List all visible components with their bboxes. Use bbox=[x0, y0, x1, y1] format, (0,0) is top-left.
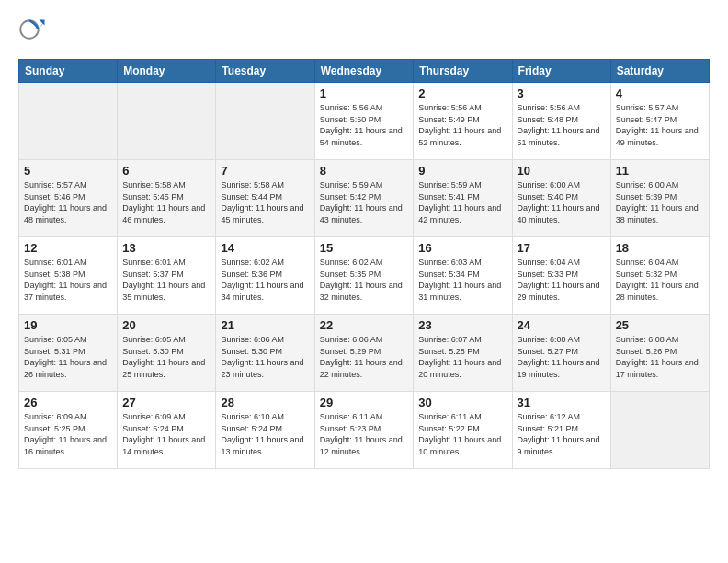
calendar-cell: 31 Sunrise: 6:12 AM Sunset: 5:21 PM Dayl… bbox=[512, 392, 610, 469]
sunset-label: Sunset: 5:24 PM bbox=[122, 424, 184, 433]
calendar-cell: 28 Sunrise: 6:10 AM Sunset: 5:24 PM Dayl… bbox=[216, 392, 314, 469]
sunset-label: Sunset: 5:33 PM bbox=[518, 270, 579, 279]
daylight-label: Daylight: 11 hours and 46 minutes. bbox=[122, 203, 205, 224]
calendar-cell: 9 Sunrise: 5:59 AM Sunset: 5:41 PM Dayli… bbox=[414, 160, 512, 237]
calendar-cell: 7 Sunrise: 5:58 AM Sunset: 5:44 PM Dayli… bbox=[216, 160, 314, 237]
calendar-cell: 18 Sunrise: 6:04 AM Sunset: 5:32 PM Dayl… bbox=[610, 237, 709, 315]
sunset-label: Sunset: 5:47 PM bbox=[616, 115, 677, 124]
day-number: 24 bbox=[518, 318, 606, 332]
sunrise-label: Sunrise: 6:05 AM bbox=[24, 335, 87, 344]
weekday-header-saturday: Saturday bbox=[610, 60, 709, 83]
weekday-header-sunday: Sunday bbox=[19, 60, 118, 83]
day-info: Sunrise: 6:05 AM Sunset: 5:31 PM Dayligh… bbox=[24, 334, 112, 380]
sunrise-label: Sunrise: 5:56 AM bbox=[418, 103, 482, 112]
calendar-cell: 13 Sunrise: 6:01 AM Sunset: 5:37 PM Dayl… bbox=[118, 237, 216, 315]
sunrise-label: Sunrise: 5:59 AM bbox=[418, 180, 482, 190]
daylight-label: Daylight: 11 hours and 34 minutes. bbox=[221, 281, 303, 302]
calendar-cell: 17 Sunrise: 6:04 AM Sunset: 5:33 PM Dayl… bbox=[512, 237, 610, 315]
daylight-label: Daylight: 11 hours and 35 minutes. bbox=[122, 281, 205, 302]
sunset-label: Sunset: 5:28 PM bbox=[418, 347, 480, 356]
sunset-label: Sunset: 5:38 PM bbox=[24, 270, 85, 279]
sunset-label: Sunset: 5:32 PM bbox=[616, 270, 677, 279]
day-number: 14 bbox=[221, 241, 309, 255]
calendar-cell bbox=[19, 83, 118, 160]
sunrise-label: Sunrise: 5:57 AM bbox=[24, 180, 87, 190]
daylight-label: Daylight: 11 hours and 37 minutes. bbox=[24, 281, 107, 302]
day-number: 2 bbox=[418, 86, 506, 100]
daylight-label: Daylight: 11 hours and 19 minutes. bbox=[518, 358, 600, 379]
day-info: Sunrise: 6:01 AM Sunset: 5:37 PM Dayligh… bbox=[122, 257, 210, 303]
sunrise-label: Sunrise: 5:58 AM bbox=[221, 180, 284, 190]
day-number: 6 bbox=[122, 164, 210, 178]
weekday-header-friday: Friday bbox=[512, 60, 610, 83]
sunrise-label: Sunrise: 5:59 AM bbox=[320, 180, 383, 190]
daylight-label: Daylight: 11 hours and 32 minutes. bbox=[320, 281, 403, 302]
day-info: Sunrise: 6:02 AM Sunset: 5:35 PM Dayligh… bbox=[320, 257, 409, 303]
daylight-label: Daylight: 11 hours and 13 minutes. bbox=[221, 435, 303, 456]
day-number: 28 bbox=[221, 396, 309, 409]
sunset-label: Sunset: 5:50 PM bbox=[320, 115, 381, 124]
calendar-cell: 6 Sunrise: 5:58 AM Sunset: 5:45 PM Dayli… bbox=[118, 160, 216, 237]
day-info: Sunrise: 5:56 AM Sunset: 5:49 PM Dayligh… bbox=[418, 102, 506, 148]
daylight-label: Daylight: 11 hours and 49 minutes. bbox=[616, 126, 699, 147]
sunrise-label: Sunrise: 6:05 AM bbox=[122, 335, 186, 344]
calendar-cell: 14 Sunrise: 6:02 AM Sunset: 5:36 PM Dayl… bbox=[216, 237, 314, 315]
sunrise-label: Sunrise: 6:10 AM bbox=[221, 412, 284, 421]
day-info: Sunrise: 6:12 AM Sunset: 5:21 PM Dayligh… bbox=[518, 411, 606, 457]
sunset-label: Sunset: 5:27 PM bbox=[518, 347, 579, 356]
day-info: Sunrise: 5:56 AM Sunset: 5:48 PM Dayligh… bbox=[518, 102, 606, 148]
daylight-label: Daylight: 11 hours and 54 minutes. bbox=[320, 126, 403, 147]
sunrise-label: Sunrise: 6:11 AM bbox=[418, 412, 482, 421]
day-number: 5 bbox=[24, 164, 112, 178]
daylight-label: Daylight: 11 hours and 43 minutes. bbox=[320, 203, 403, 224]
sunrise-label: Sunrise: 6:06 AM bbox=[221, 335, 284, 344]
daylight-label: Daylight: 11 hours and 29 minutes. bbox=[518, 281, 600, 302]
calendar-cell: 21 Sunrise: 6:06 AM Sunset: 5:30 PM Dayl… bbox=[216, 315, 314, 392]
weekday-header-row: SundayMondayTuesdayWednesdayThursdayFrid… bbox=[19, 60, 710, 83]
day-info: Sunrise: 6:11 AM Sunset: 5:23 PM Dayligh… bbox=[320, 411, 409, 457]
day-info: Sunrise: 6:09 AM Sunset: 5:25 PM Dayligh… bbox=[24, 411, 112, 457]
daylight-label: Daylight: 11 hours and 16 minutes. bbox=[24, 435, 107, 456]
sunrise-label: Sunrise: 6:03 AM bbox=[418, 258, 482, 267]
sunrise-label: Sunrise: 6:09 AM bbox=[122, 412, 186, 421]
sunset-label: Sunset: 5:40 PM bbox=[518, 192, 579, 201]
daylight-label: Daylight: 11 hours and 51 minutes. bbox=[518, 126, 600, 147]
sunrise-label: Sunrise: 6:04 AM bbox=[518, 258, 581, 267]
calendar-cell: 20 Sunrise: 6:05 AM Sunset: 5:30 PM Dayl… bbox=[118, 315, 216, 392]
day-info: Sunrise: 6:06 AM Sunset: 5:30 PM Dayligh… bbox=[221, 334, 309, 380]
calendar-cell: 10 Sunrise: 6:00 AM Sunset: 5:40 PM Dayl… bbox=[512, 160, 610, 237]
daylight-label: Daylight: 11 hours and 20 minutes. bbox=[418, 358, 501, 379]
day-number: 29 bbox=[320, 396, 409, 409]
sunset-label: Sunset: 5:35 PM bbox=[320, 270, 381, 279]
calendar-cell bbox=[610, 392, 709, 469]
sunset-label: Sunset: 5:25 PM bbox=[24, 424, 85, 433]
day-number: 8 bbox=[320, 164, 409, 178]
day-info: Sunrise: 5:57 AM Sunset: 5:46 PM Dayligh… bbox=[24, 179, 112, 225]
sunset-label: Sunset: 5:39 PM bbox=[616, 192, 677, 201]
day-number: 26 bbox=[24, 396, 112, 409]
calendar-cell: 22 Sunrise: 6:06 AM Sunset: 5:29 PM Dayl… bbox=[314, 315, 414, 392]
sunset-label: Sunset: 5:31 PM bbox=[24, 347, 85, 356]
week-row-2: 5 Sunrise: 5:57 AM Sunset: 5:46 PM Dayli… bbox=[19, 160, 710, 237]
svg-point-0 bbox=[20, 20, 39, 39]
calendar-cell: 19 Sunrise: 6:05 AM Sunset: 5:31 PM Dayl… bbox=[19, 315, 118, 392]
calendar-cell bbox=[118, 83, 216, 160]
sunrise-label: Sunrise: 6:06 AM bbox=[320, 335, 383, 344]
calendar-cell: 29 Sunrise: 6:11 AM Sunset: 5:23 PM Dayl… bbox=[314, 392, 414, 469]
daylight-label: Daylight: 11 hours and 22 minutes. bbox=[320, 358, 403, 379]
sunrise-label: Sunrise: 6:12 AM bbox=[518, 412, 581, 421]
daylight-label: Daylight: 11 hours and 9 minutes. bbox=[518, 435, 600, 456]
daylight-label: Daylight: 11 hours and 38 minutes. bbox=[616, 203, 699, 224]
calendar-cell: 11 Sunrise: 6:00 AM Sunset: 5:39 PM Dayl… bbox=[610, 160, 709, 237]
calendar-cell: 27 Sunrise: 6:09 AM Sunset: 5:24 PM Dayl… bbox=[118, 392, 216, 469]
day-info: Sunrise: 6:03 AM Sunset: 5:34 PM Dayligh… bbox=[418, 257, 506, 303]
day-info: Sunrise: 5:57 AM Sunset: 5:47 PM Dayligh… bbox=[616, 102, 704, 148]
week-row-1: 1 Sunrise: 5:56 AM Sunset: 5:50 PM Dayli… bbox=[19, 83, 710, 160]
day-number: 30 bbox=[418, 396, 506, 409]
day-info: Sunrise: 5:59 AM Sunset: 5:42 PM Dayligh… bbox=[320, 179, 409, 225]
day-number: 15 bbox=[320, 241, 409, 255]
calendar-cell: 23 Sunrise: 6:07 AM Sunset: 5:28 PM Dayl… bbox=[414, 315, 512, 392]
sunrise-label: Sunrise: 6:08 AM bbox=[616, 335, 679, 344]
sunrise-label: Sunrise: 5:56 AM bbox=[320, 103, 383, 112]
sunrise-label: Sunrise: 6:00 AM bbox=[616, 180, 679, 190]
